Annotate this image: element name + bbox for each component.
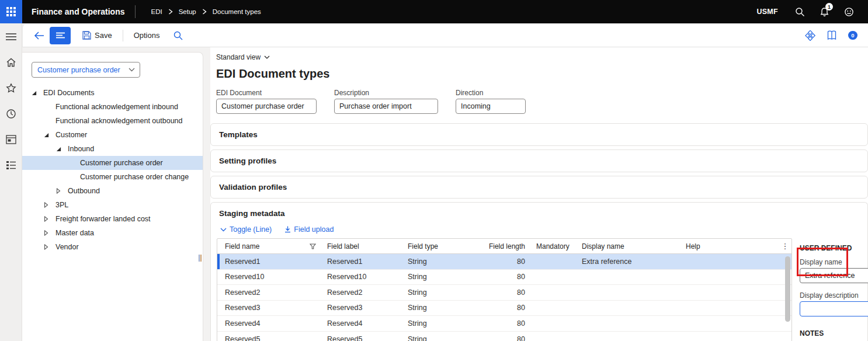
grid-options-button[interactable]: ⋮ — [779, 242, 791, 250]
column-field-type[interactable]: Field type — [400, 242, 477, 250]
tree-collapsed-icon[interactable] — [44, 244, 55, 250]
column-field-length[interactable]: Field length — [477, 242, 529, 250]
search-button[interactable] — [789, 0, 811, 23]
tree-collapsed-icon[interactable] — [44, 230, 55, 236]
table-row[interactable]: Reserved1Reserved1String80Extra referenc… — [217, 254, 791, 270]
tree-item-label: Customer purchase order — [80, 159, 163, 167]
section-staging-metadata-header[interactable]: Staging metadata — [211, 203, 867, 224]
column-mandatory[interactable]: Mandatory — [529, 242, 574, 250]
table-row[interactable]: Reserved5Reserved5String80 — [217, 332, 791, 341]
cell-field-type: String — [400, 273, 477, 281]
tree-item[interactable]: Outbound — [22, 184, 203, 198]
section-validation-profiles: Validation profiles — [210, 176, 868, 199]
page-search-button[interactable] — [173, 31, 183, 40]
display-name-input[interactable] — [800, 268, 868, 283]
edi-document-input[interactable] — [216, 99, 317, 114]
cell-field-name: Reserved4 — [217, 319, 320, 328]
tree-item[interactable]: 3PL — [22, 198, 203, 212]
tree-item[interactable]: Customer — [22, 128, 203, 142]
save-label: Save — [95, 31, 112, 40]
chevron-down-icon — [264, 55, 270, 59]
breadcrumb-area[interactable]: Setup — [179, 8, 196, 15]
direction-input[interactable] — [456, 99, 526, 114]
table-row[interactable]: Reserved4Reserved4String80 — [217, 316, 791, 332]
tree-item[interactable]: Inbound — [22, 142, 203, 156]
company-picker[interactable]: USMF — [748, 8, 786, 16]
feedback-button[interactable] — [838, 0, 860, 23]
power-apps-button[interactable] — [805, 30, 815, 41]
options-menu[interactable]: Options — [129, 27, 165, 43]
tree-item[interactable]: Master data — [22, 226, 203, 240]
tree-expanded-icon[interactable] — [56, 146, 68, 152]
section-templates: Templates — [210, 123, 868, 146]
document-tree: EDI DocumentsFunctional acknowledgement … — [22, 86, 203, 254]
tree-collapsed-icon[interactable] — [44, 202, 55, 208]
page-title: EDI Document types — [216, 67, 868, 81]
tree-collapsed-icon[interactable] — [44, 216, 55, 222]
cell-field-type: String — [400, 288, 477, 297]
tree-item[interactable]: Vendor — [22, 240, 203, 254]
expand-nav-button[interactable] — [5, 30, 18, 43]
document-type-dropdown[interactable]: Customer purchase order — [32, 62, 140, 78]
clock-icon — [6, 109, 16, 119]
panel-resize-handle[interactable] — [199, 255, 202, 262]
save-button[interactable]: Save — [78, 27, 117, 43]
grid-vertical-scrollbar[interactable] — [785, 256, 790, 322]
tree-item[interactable]: Functional acknowledgement inbound — [22, 100, 203, 114]
table-row[interactable]: Reserved2Reserved2String80 — [217, 285, 791, 301]
tree-expanded-icon[interactable] — [32, 90, 43, 96]
display-description-input[interactable] — [800, 301, 868, 316]
description-input[interactable] — [334, 99, 438, 114]
nav-recent-button[interactable] — [5, 107, 18, 120]
column-field-name[interactable]: Field name — [217, 242, 320, 250]
view-selector[interactable]: Standard view — [210, 53, 868, 61]
table-row[interactable]: Reserved3Reserved3String80 — [217, 301, 791, 316]
tree-leaf-spacer — [68, 160, 80, 166]
cell-field-length: 80 — [477, 335, 529, 341]
filter-icon[interactable] — [310, 243, 316, 249]
back-button[interactable] — [30, 27, 48, 44]
tree-item[interactable]: EDI Documents — [22, 86, 203, 100]
tree-item-label: Customer — [55, 131, 87, 139]
header-fields: EDI Document Description Direction — [210, 89, 868, 114]
breadcrumb-module[interactable]: EDI — [151, 8, 162, 15]
cell-field-label: Reserved10 — [320, 273, 400, 281]
toggle-line-button[interactable]: Toggle (Line) — [220, 225, 272, 234]
nav-favorites-button[interactable] — [5, 82, 18, 95]
breadcrumb: EDI Setup Document types — [151, 8, 261, 15]
notifications-button[interactable]: 1 — [813, 0, 835, 23]
nav-home-button[interactable] — [5, 56, 18, 69]
tree-item[interactable]: Functional acknowledgement outbound — [22, 114, 203, 128]
tree-item[interactable]: Freight forwarder landed cost — [22, 212, 203, 226]
field-upload-button[interactable]: Field upload — [284, 225, 334, 234]
column-help[interactable]: Help — [678, 242, 779, 250]
cell-field-length: 80 — [477, 273, 529, 281]
section-validation-profiles-header[interactable]: Validation profiles — [211, 176, 867, 198]
options-label: Options — [134, 31, 160, 40]
column-display-name[interactable]: Display name — [574, 242, 678, 250]
nav-modules-button[interactable] — [5, 159, 18, 172]
section-templates-header[interactable]: Templates — [211, 124, 867, 145]
tree-item[interactable]: Customer purchase order change — [22, 170, 203, 184]
tree-collapsed-icon[interactable] — [56, 188, 68, 194]
section-setting-profiles-header[interactable]: Setting profiles — [211, 150, 867, 172]
staging-grid: Field name Field label Field type Field … — [217, 238, 792, 341]
workspace-icon — [6, 135, 16, 144]
tree-expanded-icon[interactable] — [44, 132, 55, 138]
message-center-button[interactable]: 0 — [848, 31, 857, 40]
column-field-label[interactable]: Field label — [320, 242, 400, 250]
table-row[interactable]: Reserved10Reserved10String80 — [217, 270, 791, 286]
tree-item-label: Master data — [55, 229, 94, 237]
tree-item[interactable]: Customer purchase order — [22, 156, 203, 170]
help-pane-button[interactable] — [827, 30, 836, 40]
app-title[interactable]: Finance and Operations — [22, 7, 135, 16]
page-menu-button[interactable] — [50, 27, 71, 44]
notification-badge: 1 — [825, 3, 833, 11]
app-launcher-button[interactable] — [0, 0, 22, 23]
cell-field-name: Reserved2 — [217, 288, 320, 297]
tree-leaf-spacer — [68, 174, 80, 180]
breadcrumb-page[interactable]: Document types — [213, 8, 261, 15]
nav-workspaces-button[interactable] — [5, 133, 18, 146]
tree-item-label: Inbound — [68, 145, 94, 153]
download-arrow-icon — [284, 226, 291, 233]
